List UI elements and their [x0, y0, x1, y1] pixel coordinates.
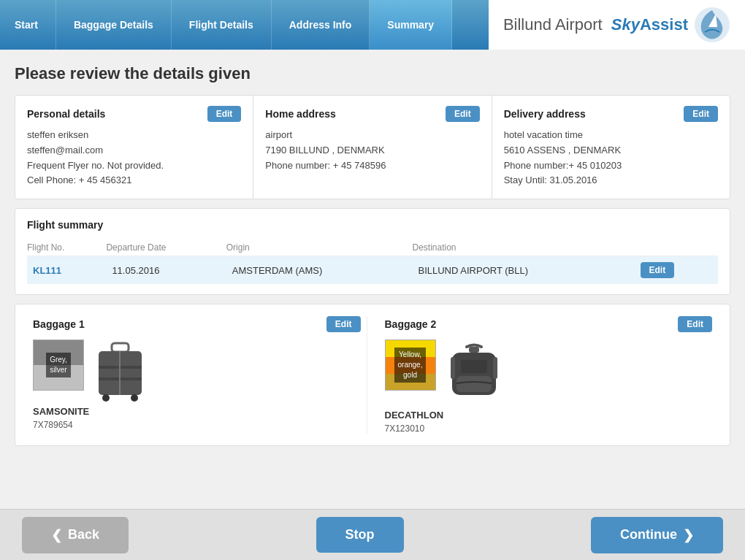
- home-address-title: Home address: [265, 108, 335, 120]
- tab-flight-details[interactable]: Flight Details: [172, 0, 272, 50]
- personal-cell-phone: Cell Phone: + 45 456321: [27, 173, 241, 188]
- baggage-2-color-swatch: Yellow,orange,gold: [385, 340, 436, 391]
- stop-label: Stop: [345, 527, 375, 542]
- tab-baggage-details[interactable]: Baggage Details: [56, 0, 172, 50]
- tab-address-info[interactable]: Address Info: [272, 0, 370, 50]
- baggage-1-color-label: Grey,silver: [46, 353, 71, 377]
- flight-summary-section: Flight summary Flight No. Departure Date…: [15, 208, 730, 295]
- tab-start[interactable]: Start: [0, 0, 56, 50]
- page-title: Please review the details given: [15, 64, 730, 83]
- baggage-2-tag: 7X123010: [385, 423, 713, 434]
- continue-label: Continue: [620, 527, 677, 542]
- flight-row: KL111 11.05.2016 AMSTERDAM (AMS) BILLUND…: [27, 256, 718, 285]
- baggage-1-tag: 7X789654: [33, 420, 361, 430]
- personal-details-col: Personal details Edit steffen eriksen st…: [15, 96, 253, 199]
- navigation-bar: Start Baggage Details Flight Details Add…: [0, 0, 745, 50]
- stop-button[interactable]: Stop: [316, 517, 404, 553]
- continue-chevron-icon: [683, 527, 694, 543]
- delivery-address-line: 5610 ASSENS , DENMARK: [504, 143, 718, 158]
- personal-email: steffen@mail.com: [27, 143, 241, 158]
- svg-rect-9: [456, 376, 492, 392]
- baggage-2-image: [445, 340, 503, 405]
- personal-details-body: steffen eriksen steffen@mail.com Frequen…: [27, 128, 241, 188]
- logo: Billund Airport SkyAssist: [489, 0, 745, 50]
- col-destination: Destination: [412, 239, 634, 256]
- main-content: Please review the details given Personal…: [0, 50, 745, 509]
- edit-personal-button[interactable]: Edit: [207, 106, 242, 122]
- tab-summary[interactable]: Summary: [370, 0, 452, 50]
- delivery-address-body: hotel vacation time 5610 ASSENS , DENMAR…: [504, 128, 718, 188]
- skyassist-logo-icon: [694, 7, 730, 43]
- edit-baggage-2-button[interactable]: Edit: [678, 316, 712, 332]
- back-label: Back: [68, 527, 99, 542]
- svg-rect-10: [469, 347, 479, 353]
- baggage-1-image: [93, 340, 148, 402]
- delivery-place: hotel vacation time: [504, 128, 718, 143]
- flight-table: Flight No. Departure Date Origin Destina…: [27, 239, 718, 284]
- col-flight-no: Flight No.: [27, 239, 106, 256]
- baggage-2-brand: DECATHLON: [385, 410, 713, 421]
- suitcase-icon: [93, 340, 148, 402]
- personal-name: steffen eriksen: [27, 128, 241, 143]
- delivery-stay-until: Stay Until: 31.05.2016: [504, 173, 718, 188]
- flight-origin: AMSTERDAM (AMS): [226, 256, 413, 285]
- baggage-section: Baggage 1 Edit Grey,silver: [15, 304, 730, 446]
- back-button[interactable]: Back: [22, 517, 129, 553]
- svg-point-6: [102, 394, 110, 402]
- edit-baggage-1-button[interactable]: Edit: [326, 316, 361, 332]
- flight-destination: BILLUND AIRPORT (BLL): [412, 256, 634, 285]
- flight-no: KL111: [27, 256, 106, 285]
- baggage-item-1: Baggage 1 Edit Grey,silver: [27, 316, 367, 434]
- svg-point-7: [131, 394, 138, 402]
- delivery-phone: Phone number:+ 45 010203: [504, 158, 718, 174]
- col-departure-date: Departure Date: [106, 239, 226, 256]
- backpack-icon: [445, 340, 503, 405]
- edit-delivery-button[interactable]: Edit: [684, 106, 718, 122]
- svg-rect-1: [112, 343, 129, 352]
- back-chevron-icon: [51, 527, 62, 543]
- flight-departure: 11.05.2016: [106, 256, 226, 285]
- baggage-item-2: Baggage 2 Edit Yellow,orange,gold: [379, 316, 719, 434]
- baggage-2-body: Yellow,orange,gold: [385, 340, 713, 405]
- home-address-line: 7190 BILLUND , DENMARK: [265, 143, 479, 158]
- personal-frequent-flyer: Frequent Flyer no. Not provided.: [27, 158, 241, 174]
- home-phone: Phone number: + 45 748596: [265, 158, 479, 174]
- home-address-body: airport 7190 BILLUND , DENMARK Phone num…: [265, 128, 479, 173]
- baggage-2-title: Baggage 2: [385, 318, 437, 330]
- baggage-1-body: Grey,silver: [33, 340, 361, 402]
- flight-summary-title: Flight summary: [27, 219, 718, 231]
- baggage-2-color-label: Yellow,orange,gold: [394, 348, 427, 383]
- continue-button[interactable]: Continue: [591, 517, 723, 553]
- home-address-col: Home address Edit airport 7190 BILLUND ,…: [253, 96, 492, 199]
- svg-rect-12: [493, 357, 497, 379]
- edit-flight-button[interactable]: Edit: [641, 262, 675, 278]
- svg-rect-11: [451, 357, 455, 379]
- delivery-address-col: Delivery address Edit hotel vacation tim…: [492, 96, 730, 199]
- delivery-address-title: Delivery address: [504, 108, 586, 120]
- col-origin: Origin: [226, 239, 413, 256]
- footer: Back Stop Continue: [0, 509, 745, 560]
- edit-home-button[interactable]: Edit: [446, 106, 480, 122]
- personal-details-title: Personal details: [27, 108, 105, 120]
- baggage-1-color-swatch: Grey,silver: [33, 340, 84, 391]
- svg-rect-13: [461, 360, 487, 373]
- home-place: airport: [265, 128, 479, 143]
- baggage-1-title: Baggage 1: [33, 318, 85, 330]
- details-section: Personal details Edit steffen eriksen st…: [15, 95, 730, 199]
- baggage-1-brand: SAMSONITE: [33, 406, 361, 417]
